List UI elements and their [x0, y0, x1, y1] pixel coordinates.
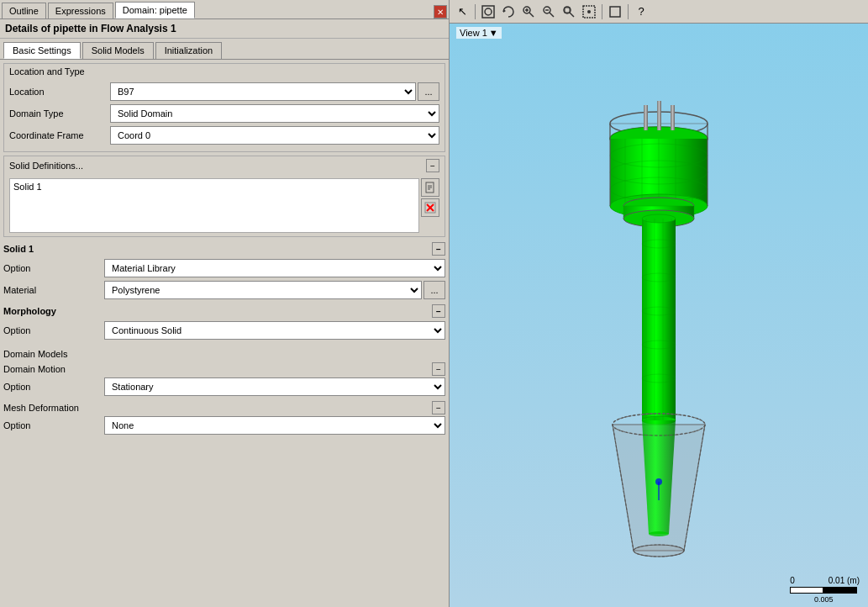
- right-panel: ↖ ?: [450, 0, 868, 607]
- solid-definitions-content: Solid 1: [4, 175, 445, 236]
- tab-outline[interactable]: Outline: [2, 3, 46, 18]
- svg-rect-39: [671, 105, 675, 130]
- solid1-option-select[interactable]: Material Library: [104, 259, 445, 277]
- solid-definitions-collapse[interactable]: −: [426, 159, 439, 172]
- solid-remove-button[interactable]: [421, 198, 439, 217]
- zoom-box-icon: [562, 5, 576, 18]
- box-icon: [608, 5, 622, 18]
- domain-models-label: Domain Models: [3, 346, 445, 361]
- zoom-box-button[interactable]: [560, 3, 578, 21]
- location-type-label: Location and Type: [9, 66, 85, 77]
- scale-bar: 0 0.01 (m) 0.005: [790, 576, 860, 599]
- left-panel: Outline Expressions Domain: pipette ✕ De…: [0, 0, 450, 607]
- box-button[interactable]: [606, 3, 624, 21]
- solid1-material-control: Polystyrene ...: [104, 281, 445, 299]
- material-dots-button[interactable]: ...: [423, 281, 445, 299]
- zoom-fit-button[interactable]: [580, 3, 598, 21]
- tab-expressions[interactable]: Expressions: [48, 3, 113, 18]
- location-row: Location B97 ...: [9, 82, 439, 101]
- help-button[interactable]: ?: [632, 3, 650, 21]
- sub-tab-initialization[interactable]: Initialization: [155, 42, 222, 59]
- sub-tab-bar: Basic Settings Solid Models Initializati…: [0, 39, 449, 60]
- svg-point-21: [587, 10, 591, 13]
- morphology-option-row: Option Continuous Solid: [3, 321, 445, 340]
- solid-list: Solid 1: [9, 178, 419, 233]
- svg-rect-43: [642, 219, 676, 420]
- toolbar-separator-3: [628, 4, 629, 19]
- svg-point-44: [642, 214, 676, 223]
- morphology-section: Morphology − Option Continuous Solid: [3, 303, 445, 340]
- mesh-deformation-collapse[interactable]: −: [432, 401, 445, 414]
- sub-tab-basic-settings[interactable]: Basic Settings: [3, 42, 81, 59]
- solid-list-item[interactable]: Solid 1: [12, 181, 417, 193]
- zoom-in-button[interactable]: [519, 3, 538, 21]
- location-select[interactable]: B97: [110, 82, 416, 101]
- coordinate-frame-control: Coord 0: [110, 126, 439, 145]
- tab-bar: Outline Expressions Domain: pipette ✕: [0, 0, 449, 19]
- morphology-option-select[interactable]: Continuous Solid: [104, 321, 445, 340]
- domain-motion-label: Domain Motion: [3, 364, 66, 374]
- svg-marker-9: [503, 9, 506, 13]
- domain-motion-option-row: Option Stationary: [3, 377, 445, 396]
- solid1-label-text: Solid 1: [3, 244, 34, 254]
- view-label[interactable]: View 1 ▼: [456, 27, 502, 39]
- location-label: Location: [9, 87, 110, 97]
- content-area: Location and Type Location B97 ...: [0, 60, 449, 607]
- rotate-button[interactable]: [499, 3, 518, 21]
- mesh-deformation-option-control: None: [104, 416, 445, 435]
- solid-definitions-label: Solid Definitions...: [9, 161, 83, 171]
- domain-type-row: Domain Type Solid Domain: [9, 104, 439, 123]
- domain-motion-option-select[interactable]: Stationary: [104, 377, 445, 396]
- scale-bar-left: 0: [790, 576, 795, 585]
- sub-tab-solid-models[interactable]: Solid Models: [82, 42, 154, 59]
- svg-point-8: [485, 8, 492, 15]
- location-type-header: Location and Type: [4, 64, 445, 79]
- zoom-out-button[interactable]: [539, 3, 558, 21]
- scale-bar-labels: 0 0.01 (m): [790, 576, 860, 585]
- toolbar-separator-2: [602, 4, 602, 19]
- solid1-option-label: Option: [3, 263, 104, 273]
- domain-motion-option-label: Option: [3, 382, 104, 392]
- svg-rect-22: [610, 7, 620, 17]
- toolbar: ↖ ?: [450, 0, 868, 24]
- solid1-material-select[interactable]: Polystyrene: [104, 281, 422, 299]
- svg-line-11: [529, 13, 534, 17]
- rotate-icon: [502, 5, 515, 18]
- solid1-option-control: Material Library: [104, 259, 445, 277]
- title-prefix: Details of: [5, 23, 53, 34]
- location-dots-button[interactable]: ...: [418, 82, 439, 101]
- morphology-label-text: Morphology: [3, 306, 56, 316]
- domain-type-select[interactable]: Solid Domain: [110, 104, 439, 123]
- zoom-in-icon: [522, 5, 535, 18]
- viewport-3d[interactable]: [450, 24, 868, 607]
- solid-buttons: [421, 178, 439, 233]
- coordinate-frame-label: Coordinate Frame: [9, 130, 110, 140]
- title-bold: pipette: [53, 23, 86, 34]
- solid1-collapse[interactable]: −: [432, 242, 445, 256]
- fit-button[interactable]: [479, 3, 497, 21]
- domain-type-label: Domain Type: [9, 108, 110, 119]
- coordinate-frame-select[interactable]: Coord 0: [110, 126, 439, 145]
- morphology-label: Morphology −: [3, 303, 445, 319]
- mesh-deformation-option-select[interactable]: None: [104, 416, 445, 435]
- solid1-option-row: Option Material Library: [3, 259, 445, 277]
- scale-bar-black: [823, 587, 857, 594]
- svg-rect-7: [482, 6, 494, 18]
- mesh-deformation-header: Mesh Deformation −: [3, 399, 445, 416]
- solid-definitions-section: Solid Definitions... − Solid 1: [3, 156, 445, 237]
- morphology-option-label: Option: [3, 325, 104, 335]
- svg-rect-38: [657, 101, 661, 130]
- cursor-button[interactable]: ↖: [453, 3, 471, 21]
- morphology-collapse[interactable]: −: [432, 304, 445, 318]
- panel-title: Details of pipette in Flow Analysis 1: [0, 19, 449, 39]
- zoom-out-icon: [542, 5, 555, 18]
- close-button[interactable]: ✕: [434, 5, 447, 18]
- location-type-content: Location B97 ... Domain Type: [4, 79, 445, 151]
- domain-motion-header: Domain Motion −: [3, 361, 445, 377]
- tab-domain-pipette[interactable]: Domain: pipette: [115, 2, 195, 18]
- domain-motion-collapse[interactable]: −: [432, 362, 445, 376]
- mesh-deformation-label: Mesh Deformation: [3, 403, 79, 413]
- fit-icon: [481, 5, 495, 18]
- solid-add-button[interactable]: [421, 178, 439, 197]
- scale-bar-right: 0.01 (m): [829, 576, 860, 585]
